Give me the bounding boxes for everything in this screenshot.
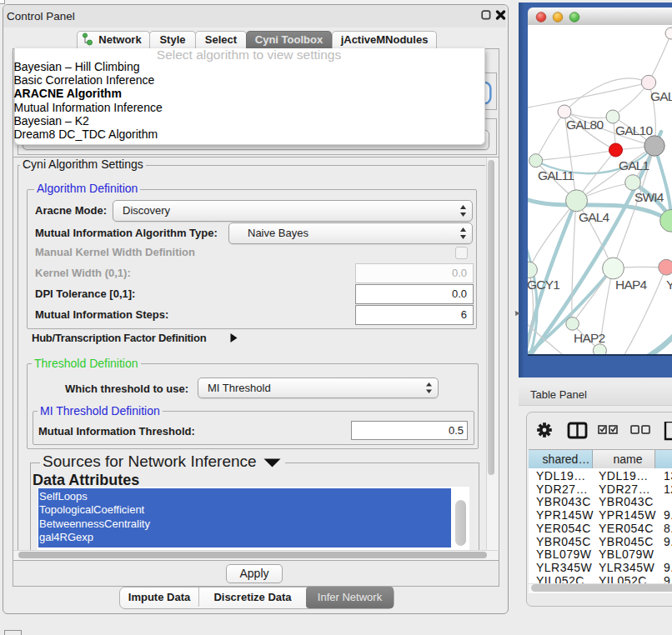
svg-text:Y: Y: [666, 278, 672, 292]
svg-text:GAL80: GAL80: [566, 118, 604, 132]
svg-text:GAL7: GAL7: [650, 89, 672, 103]
svg-text:SWI4: SWI4: [634, 190, 664, 204]
svg-text:GAL10: GAL10: [615, 123, 653, 138]
svg-text:GAL11: GAL11: [538, 168, 574, 182]
svg-text:GCY1: GCY1: [528, 278, 559, 292]
svg-text:GAL1: GAL1: [619, 158, 649, 172]
svg-text:HAP4: HAP4: [615, 278, 647, 292]
svg-text:GAL4: GAL4: [579, 210, 610, 224]
svg-text:HAP2: HAP2: [574, 331, 604, 345]
